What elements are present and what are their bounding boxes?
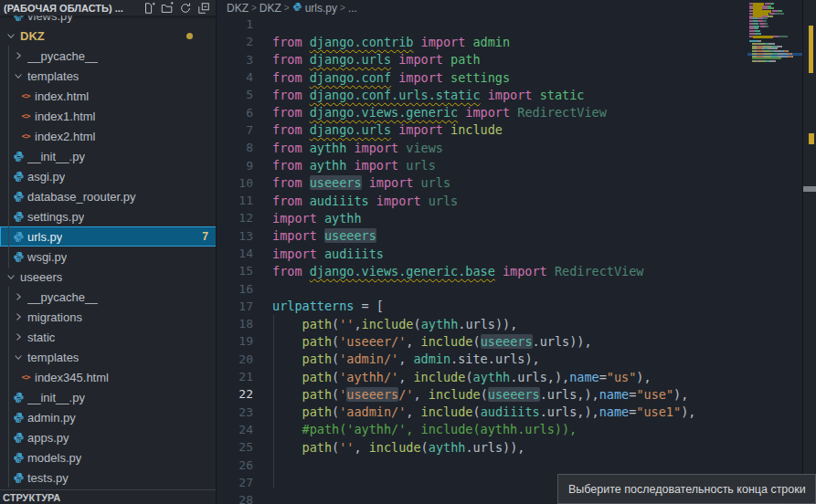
breadcrumb-segment[interactable]: ... <box>348 2 357 15</box>
code-line-3[interactable]: 3from django.urls import path <box>217 51 747 68</box>
code-line-8[interactable]: 8from aythh import views <box>217 139 747 156</box>
code-line-25[interactable]: 25 path('', include(aythh.urls)), <box>217 438 747 456</box>
breadcrumb-segment[interactable]: urls.py <box>292 2 337 15</box>
tree-item--pycache-[interactable]: __pycache__ <box>0 46 217 66</box>
code-line-17[interactable]: 17urlpatterns = [ <box>217 298 747 315</box>
tree-item-label: urls.py <box>27 230 62 244</box>
line-text: from audiiits import urls <box>272 194 458 208</box>
tree-item-templates[interactable]: templates <box>0 66 217 86</box>
code-line-15[interactable]: 15from django.views.generic.base import … <box>217 262 747 279</box>
python-file-icon <box>11 149 26 163</box>
line-number: 1 <box>217 17 253 31</box>
code-line-26[interactable]: 26 <box>217 456 747 473</box>
code-line-11[interactable]: 11from audiiits import urls <box>217 192 747 209</box>
html-file-icon: <> <box>18 129 33 143</box>
line-number: 20 <box>217 352 253 366</box>
warning-marker <box>809 26 813 73</box>
line-number: 2 <box>217 35 253 48</box>
line-text: from django.contrib import admin <box>272 35 510 49</box>
code-line-22[interactable]: 22 path('useeers/', include(useeers.urls… <box>217 385 747 403</box>
code-line-7[interactable]: 7from django.urls import include <box>217 121 747 139</box>
tree-item-admin-py[interactable]: admin.py <box>0 407 217 427</box>
line-text: path('useeers/', include(useeers.urls,),… <box>272 387 688 402</box>
tree-item-templates[interactable]: templates <box>0 347 217 367</box>
new-folder-icon[interactable] <box>158 1 176 16</box>
overview-ruler[interactable] <box>802 0 816 504</box>
tree-item--init-py[interactable]: __init__.py <box>0 146 217 166</box>
tree-item-settings-py[interactable]: settings.py <box>0 206 217 226</box>
code-line-21[interactable]: 21 path('aythh/', include(aythh.urls,),n… <box>217 368 747 385</box>
tree-item-models-py[interactable]: models.py <box>0 447 217 467</box>
line-number: 13 <box>217 229 253 243</box>
tree-item--pycache-[interactable]: __pycache__ <box>0 287 217 307</box>
code-line-4[interactable]: 4from django.conf import settings <box>217 68 747 86</box>
tree-item-migrations[interactable]: migrations <box>0 307 217 327</box>
tree-item-apps-py[interactable]: apps.py <box>0 427 217 447</box>
tree-item-label: DKZ <box>20 29 45 43</box>
tree-item-database-roouter-py[interactable]: database_roouter.py <box>0 186 217 206</box>
tree-item-label: static <box>27 331 55 344</box>
tree-item-asgi-py[interactable]: asgi.py <box>0 166 217 186</box>
explorer-section-header[interactable]: (РАБОЧАЯ ОБЛАСТЬ) ... <box>0 0 217 16</box>
code-line-13[interactable]: 13import useeers <box>217 227 747 245</box>
chevron-down-icon <box>4 269 18 284</box>
code-line-6[interactable]: 6from django.views.generic import Redire… <box>217 103 747 121</box>
line-text: from django.urls import path <box>272 52 481 67</box>
outline-section-header[interactable]: СТРУКТУРА <box>0 489 217 504</box>
line-number: 4 <box>217 70 253 84</box>
tree-item-dkz[interactable]: DKZ <box>0 26 217 46</box>
code-line-10[interactable]: 10from useeers import urls <box>217 174 747 192</box>
tree-item-wsgi-py[interactable]: wsgi.py <box>0 247 217 267</box>
line-number: 9 <box>217 159 253 173</box>
tree-item-index1-html[interactable]: <>index1.html <box>0 106 217 126</box>
minimap[interactable] <box>747 0 802 504</box>
code-line-18[interactable]: 18 path('',include(aythh.urls)), <box>217 315 747 332</box>
html-file-icon: <> <box>18 370 33 384</box>
line-number: 12 <box>217 211 253 225</box>
html-file-icon: <> <box>18 89 33 103</box>
tree-item-index345-html[interactable]: <>index345.html <box>0 367 217 387</box>
breadcrumb-separator: > <box>340 3 345 13</box>
editor-indent-guide <box>273 315 274 488</box>
code-line-12[interactable]: 12import aythh <box>217 209 747 226</box>
line-number: 16 <box>217 282 253 296</box>
code-line-16[interactable]: 16 <box>217 279 747 297</box>
python-file-icon <box>11 450 26 465</box>
tree-item-urls-py[interactable]: urls.py7 <box>0 226 217 247</box>
line-text: from aythh import views <box>272 141 443 155</box>
breadcrumb-separator: > <box>284 3 290 13</box>
tree-item-label: models.py <box>27 451 81 465</box>
line-number: 14 <box>217 247 253 260</box>
tree-item-useeers[interactable]: useeers <box>0 267 217 287</box>
chevron-down-icon <box>11 68 26 83</box>
refresh-icon[interactable] <box>176 1 195 16</box>
code-line-5[interactable]: 5from django.conf.urls.static import sta… <box>217 86 747 103</box>
tree-item-index2-html[interactable]: <>index2.html <box>0 126 217 146</box>
code-line-9[interactable]: 9from aythh import urls <box>217 156 747 173</box>
breadcrumb-segment[interactable]: DKZ <box>227 2 249 15</box>
line-text: from django.conf.urls.static import stat… <box>272 88 584 102</box>
code-line-19[interactable]: 19 path('useeer/', include(useeers.urls)… <box>217 332 747 350</box>
tree-item-index-html[interactable]: <>index.html <box>0 86 217 106</box>
code-line-14[interactable]: 14import audiiits <box>217 245 747 262</box>
code-line-1[interactable]: 1 <box>217 16 747 33</box>
code-area[interactable]: 12from django.contrib import admin3from … <box>217 16 747 504</box>
python-file-icon <box>11 410 26 425</box>
problems-badge: 7 <box>202 230 208 243</box>
tree-item-tests-py[interactable]: tests.py <box>0 467 217 488</box>
vscode-window: views.pyDKZ__pycache__templates<>index.h… <box>0 0 816 504</box>
tree-item--init-py[interactable]: __init__.py <box>0 387 217 407</box>
new-file-icon[interactable] <box>140 1 158 16</box>
tree-item-label: useeers <box>20 270 62 284</box>
code-line-24[interactable]: 24 #path('aythh/', include(aythh.urls)), <box>217 421 747 438</box>
line-text: path('', include(aythh.urls)), <box>272 440 525 455</box>
line-number: 10 <box>217 176 253 190</box>
code-line-2[interactable]: 2from django.contrib import admin <box>217 33 747 50</box>
editor-pane[interactable]: DKZ>DKZ>urls.py>... 12from django.contri… <box>217 0 816 504</box>
line-text: path('aadmin/', include(audiiits.urls,),… <box>272 404 695 419</box>
breadcrumb-segment[interactable]: DKZ <box>260 2 281 15</box>
code-line-23[interactable]: 23 path('aadmin/', include(audiiits.urls… <box>217 404 747 421</box>
code-line-20[interactable]: 20 path('admin/', admin.site.urls), <box>217 351 747 368</box>
tree-item-static[interactable]: static <box>0 327 217 347</box>
collapse-all-icon[interactable] <box>195 1 213 16</box>
